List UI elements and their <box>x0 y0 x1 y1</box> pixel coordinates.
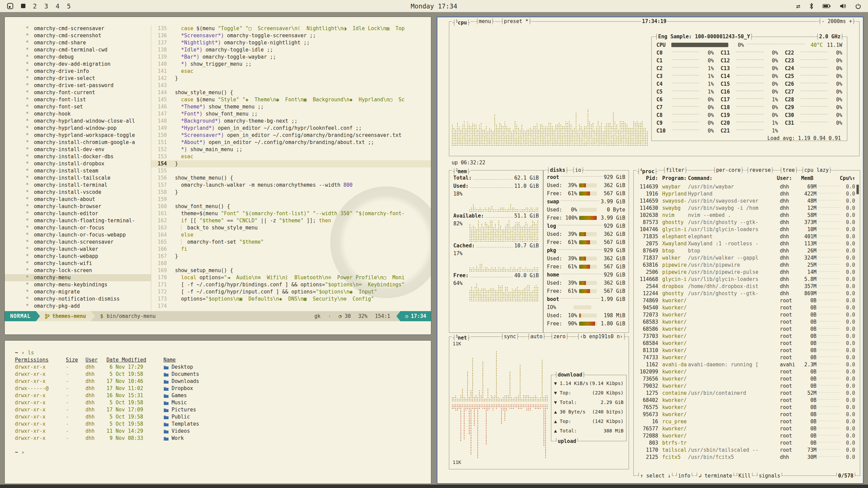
file-item[interactable]: *omarchy-launch-wifi <box>5 260 151 267</box>
process-row[interactable]: 2544dropbox/home/dhh/.dropbox-distdhh357… <box>634 283 860 290</box>
file-item[interactable]: *omarchy-debug <box>5 54 151 61</box>
mem-box-title[interactable]: 2mem <box>452 167 471 173</box>
file-item[interactable]: *omarchy-install-chromium-google-a <box>5 139 151 146</box>
battery-icon[interactable] <box>823 4 831 8</box>
file-item[interactable]: *omarchy-cmd-share <box>5 39 151 46</box>
process-row[interactable]: 12244ghostty/usr/bin/ghostty --gtk-dhh86… <box>634 290 860 297</box>
proc-signals-button[interactable]: signals <box>755 473 784 479</box>
process-row[interactable]: 2125fcitx5/usr/bin/fcitx5dhh30M0.0 <box>634 454 860 461</box>
terminal-window[interactable]: ~›ls PermissionsSizeUserDate ModifiedNam… <box>4 340 431 484</box>
file-item[interactable]: *omarchy-install-dropbox <box>5 160 151 167</box>
file-item[interactable]: *omarchy-dev-add-migration <box>5 61 151 68</box>
proc-terminate-button[interactable]: ↲ terminate <box>695 473 736 479</box>
process-row[interactable]: 63816pipewire/usr/bin/pipewiredhh25M0.0 <box>634 262 860 269</box>
bluetooth-icon[interactable] <box>809 3 814 9</box>
process-row[interactable]: 73656kworker/root0B0.0 <box>634 375 860 383</box>
code-buffer[interactable]: 135 case $(menu "Toggle" "▢ Screensaver\… <box>151 25 431 311</box>
update-icon[interactable]: ⇄ <box>796 2 800 10</box>
process-row[interactable]: 803btrfs-trroot0B0.0 <box>634 440 860 447</box>
file-item[interactable]: *omarchy-drive-set-password <box>5 82 151 89</box>
process-row[interactable]: 68583kworker/root0B0.0 <box>634 319 860 326</box>
process-row[interactable]: 1170tailscal/usr/sbin/tailscaled --root7… <box>634 447 860 454</box>
io-mode-button[interactable]: io <box>571 167 585 173</box>
file-item[interactable]: *omarchy-hook <box>5 110 151 118</box>
file-item[interactable]: *omarchy-font-set <box>5 103 151 110</box>
process-row[interactable]: 87649btopbtopdhh26M0.0 <box>634 247 860 255</box>
workspace-2[interactable]: 2 <box>33 2 37 10</box>
process-row[interactable]: 1162avahi-daavahi-daemon: running [avahi… <box>634 361 860 368</box>
process-row[interactable]: 71837walker/usr/bin/walker --gappldhh324… <box>634 255 860 262</box>
file-item[interactable]: *omarchy-launch-walker <box>5 246 151 253</box>
file-item[interactable]: *omarchy-install-dev-env <box>5 146 151 153</box>
net-interface-selector[interactable]: ‹b enp191s0 n› <box>576 333 627 340</box>
file-item[interactable]: *omarchy-install-steam <box>5 167 151 175</box>
process-row[interactable]: 87573ghostty/usr/bin/ghostty --gtk-dhh37… <box>634 219 860 226</box>
refresh-interval-control[interactable]: - 2000ms + <box>818 18 856 24</box>
process-row[interactable]: 114630swaybg/usr/bin/swaybg -i /homdhh12… <box>634 205 860 212</box>
net-sync-button[interactable]: sync <box>500 333 520 340</box>
proc-scrollbar[interactable] <box>856 185 859 194</box>
process-row[interactable]: 104746glycin-i/usr/lib/glycin-loadersdhh… <box>634 226 860 233</box>
file-item[interactable]: *omarchy-launch-about <box>5 196 151 203</box>
file-item[interactable]: *omarchy-launch-editor <box>5 210 151 217</box>
file-item[interactable]: *omarchy-launch-floating-terminal- <box>5 217 151 224</box>
file-item[interactable]: *omarchy-cmd-screensaver <box>5 25 151 32</box>
workspace-3[interactable]: 3 <box>44 2 48 10</box>
file-item[interactable]: *omarchy-menu <box>5 274 151 281</box>
process-row[interactable]: 79032kworker/root0B0.0 <box>634 383 860 390</box>
process-row[interactable]: 16rcu_preeroot0B0.0 <box>634 418 860 425</box>
proc-percore-button[interactable]: per-core <box>712 167 744 173</box>
process-row[interactable]: 68584kworker/root0B0.0 <box>634 340 860 347</box>
net-box-title[interactable]: 3net <box>452 333 471 340</box>
power-icon[interactable] <box>855 3 861 9</box>
process-row[interactable]: 102638nvimnvim --embed .dhh58M0.0 <box>634 212 860 219</box>
process-row[interactable]: 74869kworker/root0B0.0 <box>634 297 860 304</box>
proc-filter-button[interactable]: filter <box>662 167 688 173</box>
file-item[interactable]: *omarchy-notification-dismiss <box>5 296 151 303</box>
proc-box-title[interactable]: 4proc <box>636 167 658 173</box>
editor-window[interactable]: *omarchy-cmd-screensaver*omarchy-cmd-scr… <box>4 17 431 335</box>
net-zero-button[interactable]: zero <box>550 333 569 340</box>
workspace-5[interactable]: 5 <box>67 2 71 10</box>
proc-sort-selector[interactable]: cpu lazy <box>801 167 832 173</box>
file-item[interactable]: *omarchy-drive-select <box>5 75 151 82</box>
process-row[interactable]: 95673kworker/root0B0.0 <box>634 411 860 418</box>
proc-info-button[interactable]: info <box>674 473 694 479</box>
process-row[interactable]: 2506pipewire/usr/bin/pipewire-pulsedhh14… <box>634 269 860 276</box>
proc-kill-button[interactable]: Kill <box>735 473 754 479</box>
process-row[interactable]: 94540kworker/root0B0.0 <box>634 304 860 311</box>
omarchy-logo-icon[interactable] <box>7 3 14 9</box>
file-item[interactable]: *omarchy-launch-screensaver <box>5 239 151 246</box>
process-row[interactable]: 71835elephantelephantdhh401M0.0 <box>634 233 860 240</box>
file-item[interactable]: *omarchy-install-vscode <box>5 189 151 196</box>
process-row[interactable]: 2075XwaylandXwayland :1 -rootless -dhh11… <box>634 240 860 247</box>
file-item[interactable]: *omarchy-lock-screen <box>5 267 151 274</box>
file-item[interactable]: *omarchy-migrate <box>5 288 151 296</box>
proc-tree-button[interactable]: tree <box>779 167 798 173</box>
process-row[interactable]: 68402kworker/root0B0.0 <box>634 397 860 404</box>
file-item[interactable]: *omarchy-launch-browser <box>5 203 151 210</box>
process-row[interactable]: 72073kworker/root0B0.0 <box>634 311 860 319</box>
file-item[interactable]: *omarchy-hyprland-workspace-toggle <box>5 132 151 139</box>
file-item[interactable]: *omarchy-font-list <box>5 96 151 103</box>
preset-button[interactable]: preset * <box>500 18 532 24</box>
volume-icon[interactable] <box>840 3 846 9</box>
file-item[interactable]: *omarchy-drive-info <box>5 68 151 75</box>
file-item[interactable]: *omarchy-install-docker-dbs <box>5 153 151 160</box>
proc-reverse-button[interactable]: reverse <box>746 167 774 173</box>
file-item[interactable]: *omarchy-launch-or-focus <box>5 224 151 231</box>
workspace-1-active[interactable] <box>21 4 25 8</box>
file-item[interactable]: *omarchy-install-terminal <box>5 182 151 189</box>
process-row[interactable]: 74733kworker/root0B0.0 <box>634 354 860 361</box>
file-item[interactable]: *omarchy-launch-or-focus-webapp <box>5 231 151 239</box>
process-row[interactable]: 73703kworker/root0B0.0 <box>634 333 860 340</box>
process-row[interactable]: 114639waybar/usr/bin/waybardhh69M0.0 <box>634 183 860 190</box>
file-item[interactable]: *omarchy-font-current <box>5 89 151 96</box>
process-row[interactable]: 68586kworker/root0B0.0 <box>634 326 860 333</box>
menu-button[interactable]: menu <box>475 18 495 24</box>
file-item[interactable]: *omarchy-cmd-screenshot <box>5 32 151 39</box>
file-item[interactable]: *omarchy-hyprland-window-close-all <box>5 118 151 125</box>
file-item[interactable]: *omarchy-launch-webapp <box>5 253 151 260</box>
file-item[interactable]: *omarchy-menu-keybindings <box>5 281 151 288</box>
process-row[interactable]: 114659swayosd-/usr/bin/swayosd-serverdhh… <box>634 198 860 205</box>
